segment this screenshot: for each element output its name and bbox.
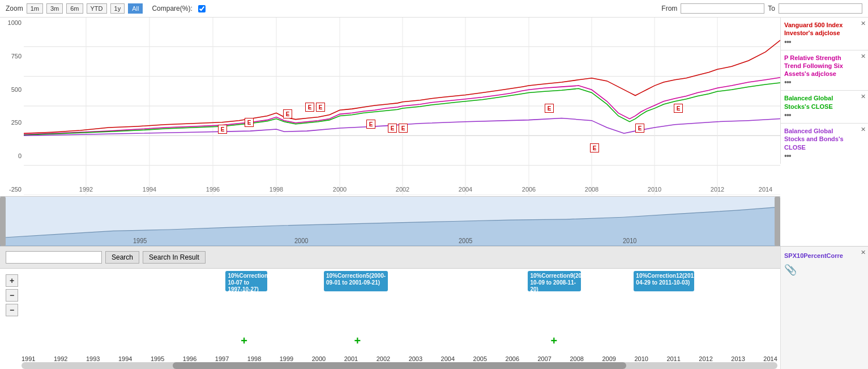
legend-p-relative-text: P Relative Strength Trend Following Six …: [784, 54, 854, 78]
bottom-scrollbar[interactable]: [22, 362, 777, 369]
zoom-all-btn[interactable]: All: [128, 3, 143, 14]
year-2013: 2013: [731, 355, 745, 362]
year-2011: 2011: [666, 355, 680, 362]
year-2014: 2014: [763, 355, 777, 362]
year-2003: 2003: [409, 355, 422, 362]
event-plus-5[interactable]: +: [354, 334, 361, 347]
legend-vanguard: ✕ Vanguard 500 Index Investor's adjclose…: [780, 17, 868, 50]
svg-text:2004: 2004: [459, 186, 472, 193]
svg-rect-35: [0, 197, 780, 246]
year-1994: 1994: [118, 355, 132, 362]
svg-text:2002: 2002: [396, 186, 409, 193]
legend-p-relative-dots[interactable]: •••: [784, 78, 854, 87]
from-date-input[interactable]: 1990-11-01: [681, 3, 764, 14]
compare-label: Compare(%):: [152, 5, 192, 12]
legend-p-relative-close[interactable]: ✕: [861, 53, 866, 60]
svg-text:2006: 2006: [522, 186, 536, 193]
svg-text:1996: 1996: [206, 186, 220, 193]
legend-balanced-both: ✕ Balanced Global Stocks and Bonds's CLO…: [780, 123, 868, 164]
svg-text:2012: 2012: [711, 186, 724, 193]
svg-text:1998: 1998: [270, 186, 283, 193]
legend-balanced-stocks-text: Balanced Global Stocks's CLOSE: [784, 94, 854, 111]
compare-checkbox[interactable]: [198, 5, 206, 12]
year-1997: 1997: [215, 355, 229, 362]
event-block-5[interactable]: 10%Correction5(2000-09-01 to 2001-09-21): [324, 271, 388, 291]
scrollbar-thumb[interactable]: [173, 362, 626, 369]
event-plus-1[interactable]: +: [241, 334, 247, 347]
legend-balanced-stocks-dots[interactable]: •••: [784, 111, 854, 120]
legend-balanced-stocks: ✕ Balanced Global Stocks's CLOSE •••: [780, 90, 868, 123]
main-container: Zoom 1m 3m 6m YTD 1y All Compare(%): Fro…: [0, 0, 868, 369]
y-label-0: 0: [0, 152, 24, 159]
year-2004: 2004: [441, 355, 455, 362]
chart-area: Zoom 1m 3m 6m YTD 1y All Compare(%): Fro…: [0, 0, 868, 247]
zoom-out-button[interactable]: −: [6, 304, 18, 316]
legend-balanced-both-dots[interactable]: •••: [784, 151, 854, 160]
navigator: 1995 2000 2005 2010 |||: [0, 196, 780, 246]
y-label-500: 500: [0, 86, 24, 93]
year-1992: 1992: [54, 355, 67, 362]
event-label-5: 10%Correction5(2000-09-01 to 2001-09-21): [326, 273, 386, 286]
year-1996: 1996: [183, 355, 196, 362]
zoom-in-button[interactable]: +: [6, 274, 18, 287]
event-label-1: 10%Correction1(1997-10-07 to 1997-10-27): [228, 273, 264, 293]
year-2002: 2002: [377, 355, 390, 362]
svg-text:2014: 2014: [759, 186, 772, 193]
legend-p-relative: ✕ P Relative Strength Trend Following Si…: [780, 50, 868, 91]
year-2012: 2012: [699, 355, 712, 362]
year-2010: 2010: [634, 355, 648, 362]
year-2000: 2000: [312, 355, 326, 362]
zoom-ytd-btn[interactable]: YTD: [87, 3, 107, 14]
bottom-section: Search Search In Result + − − 10%Correct…: [0, 247, 868, 369]
events-timeline: + − − 10%Correction1(1997-10-07 to 1997-…: [0, 269, 868, 369]
search-in-result-button[interactable]: Search In Result: [143, 251, 206, 264]
zoom-mid-button[interactable]: −: [6, 289, 18, 302]
to-date-input[interactable]: 2014-07-07: [779, 3, 862, 14]
year-2006: 2006: [506, 355, 519, 362]
zoom-3m-btn[interactable]: 3m: [46, 3, 63, 14]
year-1995: 1995: [151, 355, 164, 362]
y-label-750: 750: [0, 53, 24, 60]
year-labels: 1991 1992 1993 1994 1995 1996 1997 1998 …: [22, 355, 777, 362]
search-button[interactable]: Search: [105, 251, 139, 264]
event-block-12[interactable]: 10%Correction12(2011-04-29 to 2011-10-03…: [634, 271, 694, 291]
legend-vanguard-dots[interactable]: •••: [784, 37, 854, 46]
event-label-12: 10%Correction12(2011-04-29 to 2011-10-03…: [636, 273, 692, 286]
year-1998: 1998: [247, 355, 261, 362]
zoom-controls: + − −: [6, 274, 18, 316]
search-input[interactable]: [6, 251, 102, 264]
spx-legend-panel: ✕ SPX10PercentCorre 📎: [780, 247, 868, 369]
year-1991: 1991: [22, 355, 35, 362]
svg-text:1992: 1992: [79, 186, 93, 193]
zoom-1y-btn[interactable]: 1y: [110, 3, 125, 14]
event-plus-9[interactable]: +: [551, 334, 558, 347]
year-2008: 2008: [570, 355, 583, 362]
y-label-neg250: -250: [0, 186, 24, 193]
svg-text:2010: 2010: [648, 186, 661, 193]
y-label-250: 250: [0, 119, 24, 126]
spx-clip-icon: 📎: [784, 264, 865, 276]
event-label-9: 10%Correction9(2007-10-09 to 2008-11-20): [530, 273, 578, 293]
date-range: From 1990-11-01 To 2014-07-07: [661, 3, 862, 14]
spx-title: SPX10PercentCorre: [784, 252, 865, 259]
legend-balanced-both-text: Balanced Global Stocks and Bonds's CLOSE: [784, 127, 854, 151]
year-2009: 2009: [602, 355, 615, 362]
toolbar: Zoom 1m 3m 6m YTD 1y All Compare(%): Fro…: [0, 0, 868, 18]
event-block-9[interactable]: 10%Correction9(2007-10-09 to 2008-11-20): [528, 271, 580, 291]
year-2005: 2005: [473, 355, 487, 362]
chart-canvas: 1992 1994 1996 1998 2000 2002 2004 2006 …: [24, 17, 780, 195]
legend-balanced-both-close[interactable]: ✕: [861, 126, 866, 133]
event-block-1[interactable]: 10%Correction1(1997-10-07 to 1997-10-27): [225, 271, 267, 291]
y-axis: 1000 750 500 250 0 -250: [0, 17, 24, 195]
svg-text:2000: 2000: [333, 186, 347, 193]
legend-vanguard-close[interactable]: ✕: [861, 20, 866, 27]
svg-text:1994: 1994: [143, 186, 156, 193]
year-1993: 1993: [86, 355, 100, 362]
search-bar: Search Search In Result: [0, 247, 868, 269]
y-label-1000: 1000: [0, 19, 24, 26]
zoom-label: Zoom: [6, 5, 23, 12]
zoom-1m-btn[interactable]: 1m: [27, 3, 43, 14]
spx-close-button[interactable]: ✕: [861, 249, 866, 256]
legend-balanced-stocks-close[interactable]: ✕: [861, 93, 866, 100]
zoom-6m-btn[interactable]: 6m: [66, 3, 83, 14]
